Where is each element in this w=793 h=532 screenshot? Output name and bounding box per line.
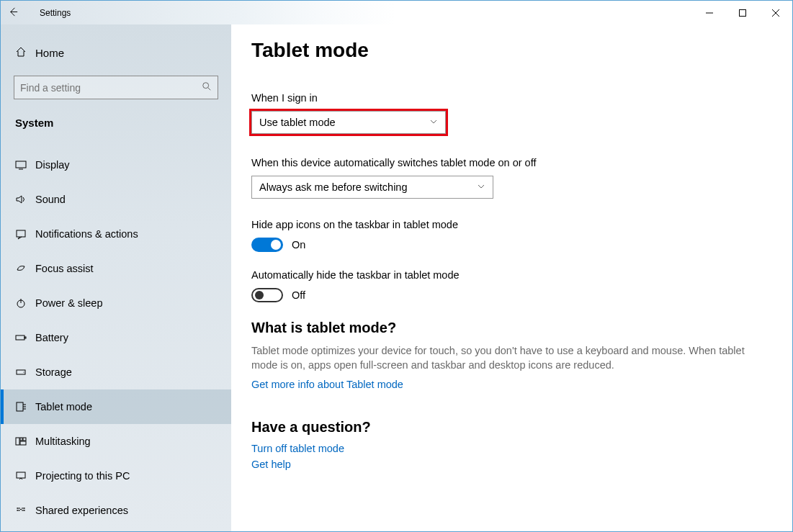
svg-point-5 — [203, 83, 209, 89]
sidebar-item-multitasking[interactable]: Multitasking — [1, 424, 231, 459]
svg-rect-16 — [17, 402, 23, 411]
page-title: Tablet mode — [251, 39, 772, 62]
what-is-heading: What is tablet mode? — [251, 320, 772, 336]
sidebar-item-label: Power & sleep — [35, 297, 103, 309]
svg-rect-9 — [17, 230, 25, 237]
svg-rect-23 — [20, 441, 26, 445]
auto-hide-toggle[interactable] — [251, 288, 283, 302]
sidebar-item-label: Shared experiences — [35, 505, 128, 516]
get-help-link[interactable]: Get help — [251, 459, 772, 470]
svg-point-25 — [17, 508, 18, 509]
sidebar-item-label: Display — [35, 159, 70, 171]
sidebar: Home System Display Sound Notificat — [1, 24, 231, 531]
svg-point-15 — [23, 371, 24, 372]
titlebar: Settings — [1, 1, 792, 24]
sidebar-item-projecting[interactable]: Projecting to this PC — [1, 459, 231, 493]
auto-switch-label: When this device automatically switches … — [251, 157, 772, 168]
auto-switch-dropdown-value: Always ask me before switching — [259, 181, 408, 193]
hide-icons-toggle[interactable] — [251, 238, 283, 252]
sidebar-item-battery[interactable]: Battery — [1, 320, 231, 355]
question-heading: Have a question? — [251, 419, 772, 436]
sidebar-item-shared-experiences[interactable]: Shared experiences — [1, 493, 231, 528]
battery-icon — [15, 332, 35, 343]
chevron-down-icon — [477, 181, 485, 193]
svg-rect-20 — [16, 438, 19, 445]
close-button[interactable] — [759, 1, 792, 24]
sidebar-item-label: Battery — [35, 332, 68, 343]
sidebar-item-notifications[interactable]: Notifications & actions — [1, 217, 231, 251]
home-icon — [15, 46, 35, 60]
maximize-button[interactable] — [726, 1, 759, 24]
sidebar-item-label: Storage — [35, 366, 72, 378]
svg-rect-21 — [20, 438, 22, 441]
storage-icon — [15, 366, 35, 378]
shared-experiences-icon — [15, 505, 35, 516]
svg-line-6 — [208, 88, 211, 91]
sidebar-item-power-sleep[interactable]: Power & sleep — [1, 286, 231, 320]
sidebar-item-sound[interactable]: Sound — [1, 182, 231, 217]
sidebar-home[interactable]: Home — [1, 40, 231, 66]
main-content: Tablet mode When I sign in Use tablet mo… — [231, 24, 792, 531]
sidebar-item-focus-assist[interactable]: Focus assist — [1, 251, 231, 286]
auto-switch-dropdown[interactable]: Always ask me before switching — [251, 176, 493, 199]
svg-rect-22 — [23, 438, 26, 441]
hide-icons-label: Hide app icons on the taskbar in tablet … — [251, 219, 772, 230]
sign-in-label: When I sign in — [251, 92, 772, 104]
sidebar-item-label: Notifications & actions — [35, 228, 138, 240]
sound-icon — [15, 194, 35, 205]
chevron-down-icon — [429, 117, 438, 128]
more-info-link[interactable]: Get more info about Tablet mode — [251, 379, 772, 390]
sidebar-item-label: Projecting to this PC — [35, 470, 130, 482]
sidebar-item-label: Sound — [35, 194, 66, 205]
what-is-description: Tablet mode optimizes your device for to… — [251, 343, 772, 373]
sign-in-dropdown-value: Use tablet mode — [259, 117, 336, 128]
svg-rect-24 — [17, 472, 25, 478]
power-icon — [15, 297, 35, 309]
tablet-mode-icon — [15, 401, 35, 412]
projecting-icon — [15, 470, 35, 482]
sidebar-item-label: Focus assist — [35, 263, 94, 274]
svg-rect-12 — [16, 335, 24, 340]
svg-point-28 — [24, 510, 25, 511]
display-icon — [15, 159, 35, 171]
sidebar-nav: Display Sound Notifications & actions Fo… — [1, 148, 231, 528]
svg-rect-2 — [740, 9, 746, 16]
focus-assist-icon — [15, 263, 35, 274]
search-field[interactable] — [20, 82, 202, 94]
sidebar-home-label: Home — [35, 47, 64, 59]
sidebar-item-storage[interactable]: Storage — [1, 355, 231, 389]
search-icon — [202, 81, 212, 94]
turn-off-link[interactable]: Turn off tablet mode — [251, 443, 772, 454]
svg-point-26 — [17, 510, 18, 511]
svg-rect-13 — [24, 337, 26, 338]
sidebar-item-label: Multitasking — [35, 436, 91, 447]
svg-point-27 — [24, 508, 25, 509]
window-title: Settings — [40, 8, 71, 18]
auto-hide-label: Automatically hide the taskbar in tablet… — [251, 269, 772, 281]
sidebar-section-title: System — [1, 109, 231, 136]
auto-hide-state: Off — [292, 289, 305, 301]
sign-in-dropdown[interactable]: Use tablet mode — [251, 111, 446, 134]
back-button[interactable] — [1, 6, 25, 19]
search-input[interactable] — [14, 76, 218, 99]
svg-rect-7 — [16, 161, 26, 168]
notifications-icon — [15, 228, 35, 240]
sidebar-item-display[interactable]: Display — [1, 148, 231, 182]
hide-icons-state: On — [292, 239, 305, 251]
sidebar-item-tablet-mode[interactable]: Tablet mode — [1, 389, 231, 424]
sidebar-item-label: Tablet mode — [35, 401, 92, 412]
minimize-button[interactable] — [693, 1, 726, 24]
multitasking-icon — [15, 436, 35, 447]
